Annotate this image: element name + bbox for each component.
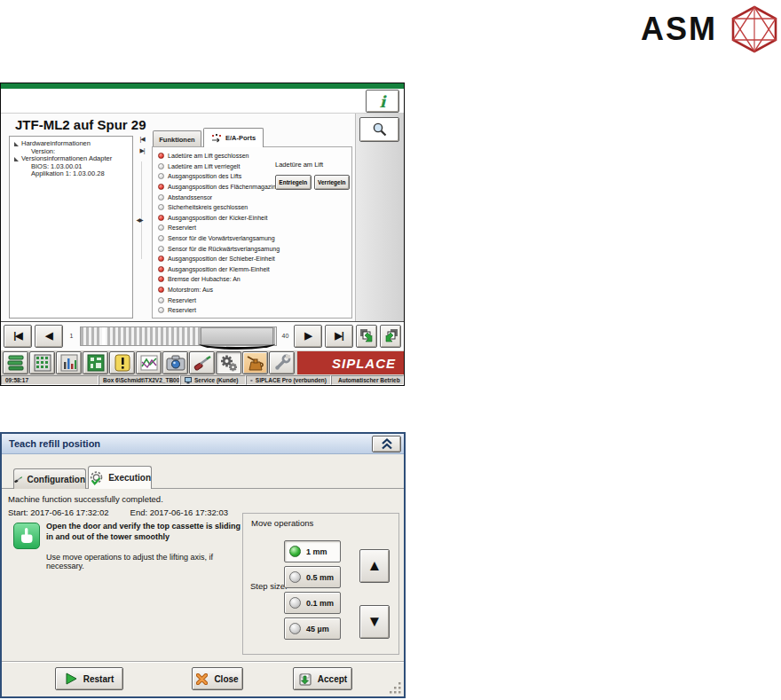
warning-icon [114,354,130,372]
io-port-label: Ausgangsposition der Kicker-Einheit [168,215,267,221]
position-slider[interactable] [80,326,277,346]
close-button[interactable]: Close [192,667,243,690]
io-port-row: Ausgangsposition der Klemm-Einheit [158,264,280,275]
nav-last-button[interactable]: ▶| [325,325,353,348]
status-machine-path: Box 6\Schmidt\TX2V2_TB003G [99,375,180,385]
io-port-label: Ausgangsposition der Klemm-Einheit [168,266,270,272]
up-triangle-icon: ▲ [367,557,383,575]
io-port-list: Ladetüre am Lift geschlossen Ladetüre am… [158,151,280,316]
wrench-button[interactable] [269,351,295,374]
hardware-tree: Hardwareinformationen Version: Versionsi… [9,136,133,319]
performance-graph-button[interactable] [136,351,162,374]
splitter-line [141,161,142,259]
radio-icon [289,571,301,583]
io-ports-panel: Ladetüre am Lift geschlossen Ladetüre am… [152,146,352,319]
io-port-label: Reserviert [168,224,196,231]
io-port-row: Ausgangsposition des Lifts [158,171,280,182]
gears-icon [219,354,239,372]
warning-button[interactable] [109,351,135,374]
nav-next-button[interactable]: ▶ [294,325,322,348]
io-port-row: Reserviert [158,295,280,305]
status-dot [158,307,164,313]
status-dot [158,224,164,231]
status-dot [158,276,164,282]
tree-item[interactable]: Hardwareinformationen [12,140,130,148]
radio-icon [289,597,301,609]
ladetuere-panel: Ladetüre am Lift Entriegeln Verriegeln [275,161,350,190]
tree-expander-icon[interactable] [14,157,19,161]
screwdriver-button[interactable] [189,351,215,374]
step-05mm-radio[interactable]: 0.5 mm [284,566,341,588]
dialog-separator [2,661,404,662]
status-dot [158,297,164,303]
end-time: End: 2017-06-16 17:32:03 [130,507,228,517]
move-down-button[interactable]: ▼ [359,605,390,639]
tab-configuration[interactable]: Configuration [13,468,86,489]
status-dot [158,204,164,210]
statistics-button[interactable] [56,351,82,374]
board-layout-button[interactable] [83,351,108,374]
start-time: Start: 2017-06-16 17:32:02 [8,507,109,517]
boards-stack-icon [6,354,26,372]
info-button[interactable]: i [366,90,399,113]
io-port-label: Ladetüre am Lift geschlossen [168,153,248,159]
collapse-dialog-button[interactable] [372,436,401,452]
down-triangle-icon: ▼ [367,613,383,631]
gears-button[interactable] [216,351,241,374]
green-arrow-window-back-icon [383,328,398,343]
double-chevron-up-icon [381,438,393,450]
resize-grip[interactable] [388,680,402,695]
wrench-icon [273,354,291,372]
slider-thumb[interactable] [201,327,272,345]
connection-icon [250,377,253,384]
step-1mm-label: 1 mm [306,547,327,556]
io-port-row: Abstandssensor [158,192,280,202]
splitter-collapse-left-icon[interactable]: |◀ [136,136,148,143]
boards-stack-button[interactable] [3,351,28,374]
feeder-grid-button[interactable] [29,351,55,374]
tab-configuration-label: Configuration [27,475,85,484]
tree-item[interactable]: Applikation 1: 1.03.00.28 [12,170,130,178]
goto-prev-window-button[interactable] [380,325,401,348]
magnifier-button[interactable] [359,117,399,142]
configuration-screwdriver-icon [14,473,22,485]
splitter-handle-icon[interactable]: ◀▶ [133,216,146,223]
io-port-row: Reserviert [158,305,280,316]
step-01mm-radio[interactable]: 0.1 mm [284,592,341,614]
accept-button[interactable]: Accept [293,667,352,690]
step-size-options: 1 mm 0.5 mm 0.1 mm 45 µm [284,540,341,640]
oil-can-button[interactable] [242,351,268,374]
move-operations-group: Move operations Step size: 1 mm 0.5 mm 0… [242,513,399,655]
nav-first-button[interactable]: |◀ [4,325,32,348]
page-title: JTF-ML2 auf Spur 29 [15,117,146,132]
status-connection-segment: SIPLACE Pro (verbunden) [246,375,331,385]
tree-expander-icon[interactable] [14,142,19,146]
tab-execution-label: Execution [108,473,151,483]
step-45um-radio[interactable]: 45 µm [284,617,341,640]
move-operations-title: Move operations [251,518,313,528]
io-port-row: Ausgangsposition der Kicker-Einheit [158,213,280,224]
tab-execution[interactable]: Execution [88,466,152,489]
status-user-segment: Service (Kunde) [180,375,246,385]
tab-ea-ports[interactable]: E/A-Ports [203,128,264,147]
restart-button[interactable]: Restart [55,667,123,690]
tab-funktionen[interactable]: Funktionen [153,130,201,147]
performance-graph-icon [140,355,158,371]
nav-prev-button[interactable]: ◀ [35,325,63,348]
move-up-button[interactable]: ▲ [359,549,390,583]
feeder-grid-icon [34,354,51,372]
step-1mm-radio[interactable]: 1 mm [284,540,341,562]
goto-next-window-button[interactable] [356,325,377,348]
camera-button[interactable] [162,351,188,374]
io-port-row: Ausgangsposition der Schieber-Einheit [158,254,280,264]
entriegeln-button[interactable]: Entriegeln [275,175,312,190]
radio-icon [289,623,301,634]
io-port-label: Sicherheitskreis geschlossen [168,204,248,210]
board-layout-icon [87,354,105,372]
verriegeln-button[interactable]: Verriegeln [314,175,351,190]
magnifier-icon [372,122,388,138]
splitter-collapse-right-icon[interactable]: ▶| [136,147,148,154]
step-size-label: Step size: [250,581,288,591]
asm-logo-text: ASM [641,11,717,48]
dialog-title: Teach refill position [9,438,100,449]
